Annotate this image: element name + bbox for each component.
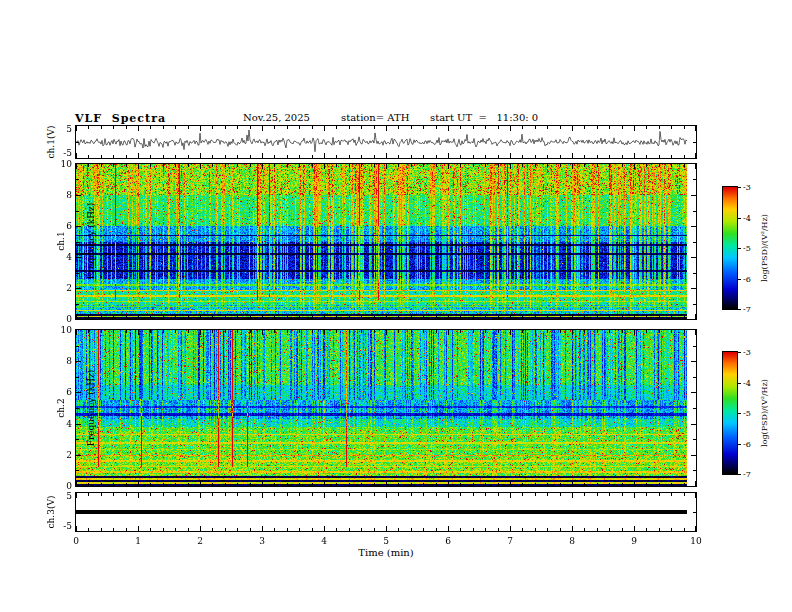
colorbar-tick [738,309,741,310]
ch1-freq-tick-label: 4 [52,252,72,262]
colorbar-ch2-canvas [723,352,737,474]
x-tick-label: 10 [684,536,708,546]
colorbar-tick [738,187,741,188]
x-axis-label: Time (min) [336,548,436,558]
ch2-freq-tick-label: 6 [52,387,72,397]
colorbar-tick [738,444,741,445]
ch1-waveform-canvas [76,126,696,158]
x-tick-label: 3 [250,536,274,546]
colorbar-tick [738,383,741,384]
ch2-freq-tick-label: 8 [52,356,72,366]
colorbar-tick-label: -7 [743,470,751,480]
colorbar-tick-label: -6 [743,275,751,285]
x-tick-label: 5 [374,536,398,546]
ch1-freq-tick-label: 8 [52,190,72,200]
colorbar-tick-label: -6 [743,440,751,450]
ch2-freq-tick-label: 2 [52,450,72,460]
colorbar-tick-label: -4 [743,379,751,389]
ch1-frequency-axis-label-line1: ch.1 [56,166,66,316]
colorbar-tick [738,218,741,219]
x-tick-label: 4 [312,536,336,546]
colorbar-ch1 [722,186,738,310]
ch1-frequency-axis-label: ch.1 Frequency (kHz) [36,166,56,316]
x-tick-label: 0 [64,536,88,546]
ch2-spectrogram-canvas [76,330,696,486]
ch2-freq-tick-label: 10 [52,325,72,335]
x-tick-label: 7 [498,536,522,546]
x-tick-label: 2 [188,536,212,546]
header-station: station= ATH [341,112,409,123]
colorbar-tick-label: -7 [743,305,751,315]
colorbar-tick [738,352,741,353]
ch3-volt-tick-label: 5 [52,491,72,501]
colorbar-tick [738,248,741,249]
colorbar-tick-label: -3 [743,348,751,358]
x-tick-label: 6 [436,536,460,546]
header-start-ut: start UT = 11:30: 0 [430,112,538,123]
colorbar-tick [738,413,741,414]
ch3-waveform-panel [75,492,697,532]
colorbar-ch2-label: log(PSD)/(V²/Hz) [760,353,770,473]
colorbar-tick [738,279,741,280]
colorbar-tick [738,474,741,475]
colorbar-ch1-canvas [723,187,737,309]
header-date: Nov.25, 2025 [243,112,310,123]
x-tick-label: 8 [560,536,584,546]
ch1-spectrogram-canvas [76,164,696,319]
ch1-freq-tick-label: 6 [52,221,72,231]
figure-title: VLF Spectra [75,112,166,125]
ch1-waveform-panel [75,125,697,159]
x-tick-label: 1 [126,536,150,546]
colorbar-tick-label: -5 [743,409,751,419]
x-tick-label: 9 [622,536,646,546]
ch1-freq-tick-label: 0 [52,314,72,324]
colorbar-ch1-label: log(PSD)/(V²/Hz) [760,188,770,308]
colorbar-tick-label: -5 [743,244,751,254]
colorbar-ch2 [722,351,738,475]
colorbar-tick-label: -3 [743,183,751,193]
ch2-freq-tick-label: 4 [52,419,72,429]
ch2-frequency-axis-label-line2: Frequency (kHz) [86,333,96,483]
ch1-spectrogram-panel [75,163,697,320]
vlf-spectra-figure: VLF Spectra Nov.25, 2025 station= ATH st… [0,0,792,612]
ch1-freq-tick-label: 2 [52,283,72,293]
ch2-freq-tick-label: 0 [52,481,72,491]
colorbar-tick-label: -4 [743,214,751,224]
ch1-freq-tick-label: 10 [52,159,72,169]
ch3-volt-tick-label: -5 [52,521,72,531]
ch1-volt-tick-label: 5 [52,124,72,134]
ch3-waveform-canvas [76,493,696,531]
ch1-frequency-axis-label-line2: Frequency (kHz) [86,166,96,316]
ch1-volt-tick-label: -5 [52,148,72,158]
ch2-spectrogram-panel [75,329,697,487]
